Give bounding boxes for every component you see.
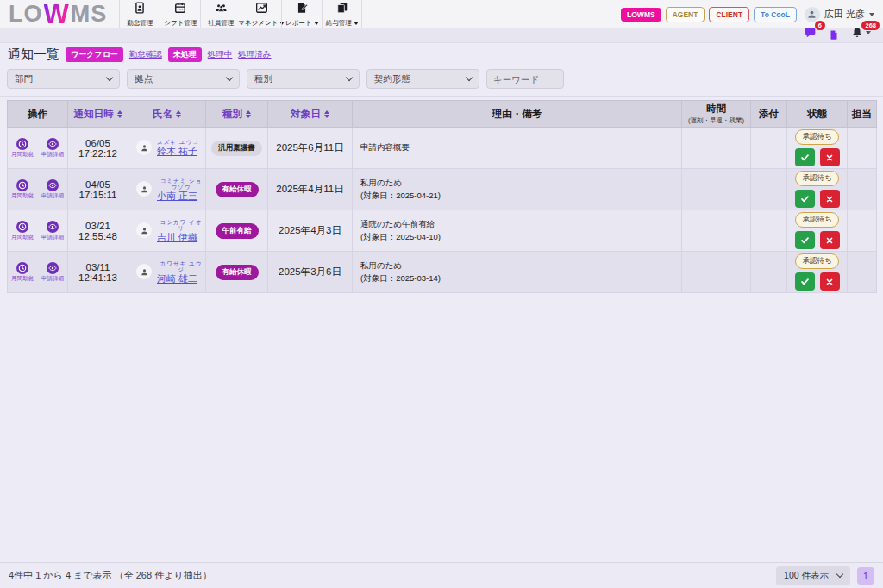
select-value: 部門	[15, 73, 33, 85]
col-header-assignee: 担当	[848, 101, 877, 128]
table-footer: 4件中 1 から 4 まで表示 （全 268 件より抽出） 100 件表示 1	[0, 562, 883, 588]
chevron-down-icon	[866, 31, 871, 34]
tab-unprocessed[interactable]: 未処理	[168, 47, 202, 62]
notify-datetime: 03/21 12:55:48	[68, 210, 128, 252]
request-detail-button[interactable]: 申請詳細	[41, 179, 64, 200]
employee-name-link[interactable]: 河崎 雄二	[157, 273, 197, 285]
col-header-type[interactable]: 種別	[206, 101, 268, 128]
request-detail-button[interactable]: 申請詳細	[41, 138, 64, 159]
approve-button[interactable]	[795, 272, 815, 291]
top-right-controls: LOWMS AGENT CLIENT To CooL 広田 光彦	[621, 0, 883, 28]
dropdown-caret-icon	[354, 22, 359, 25]
person-icon	[136, 222, 152, 238]
col-header-name[interactable]: 氏名	[128, 101, 206, 128]
app-screen: LOWMS 勤怠管理 シフト管理 社員管理 マネジメント レポート	[0, 0, 883, 588]
client-badge-button[interactable]: CLIENT	[709, 7, 749, 22]
page-size-select[interactable]: 100 件表示	[776, 566, 850, 585]
reason-remarks: 私用のため(対象日：2025-04-21)	[353, 169, 682, 210]
tab-in-progress[interactable]: 処理中	[208, 49, 233, 60]
page-header: 通知一覧 ワークフロー 勤怠確認 未処理 処理中 処理済み	[0, 43, 883, 66]
approve-button[interactable]	[795, 190, 815, 208]
page-size-value: 100 件表示	[784, 570, 829, 582]
col-header-operations: 操作	[8, 101, 68, 128]
table-row: 月間勤怠 申請詳細 03/11 12:41:13 カワサキ ユウジ 河崎 雄二	[8, 252, 877, 293]
logo-text-lo: LO	[9, 3, 43, 26]
col-header-reason: 理由・備考	[353, 101, 682, 128]
col-header-target-date[interactable]: 対象日	[268, 101, 353, 128]
documents-icon	[336, 2, 348, 17]
monthly-attendance-button[interactable]: 月間勤怠	[11, 138, 34, 159]
menu-item-management[interactable]: マネジメント	[241, 0, 281, 28]
chevron-down-icon	[869, 13, 874, 16]
table-row: 月間勤怠 申請詳細 04/05 17:15:11 コミナミ ショウゾウ 小南 正…	[8, 169, 877, 210]
attachment-cell	[751, 210, 787, 252]
type-badge: 有給休暇	[216, 265, 259, 280]
calendar-icon	[174, 2, 186, 17]
select-value: 契約形態	[374, 73, 410, 85]
request-detail-button[interactable]: 申請詳細	[41, 262, 64, 283]
dropdown-caret-icon	[314, 22, 319, 25]
approve-button[interactable]	[795, 231, 815, 249]
clock-icon	[16, 179, 28, 191]
employee-name-link[interactable]: 吉川 伊織	[157, 232, 197, 243]
type-badge: 汎用稟議書	[211, 141, 262, 156]
reject-button[interactable]	[820, 190, 840, 208]
menu-item-shift[interactable]: シフト管理	[160, 0, 200, 28]
attachment-cell	[751, 252, 787, 293]
menu-item-report[interactable]: レポート	[281, 0, 322, 28]
top-navigation-bar: LOWMS 勤怠管理 シフト管理 社員管理 マネジメント レポート	[0, 0, 883, 28]
department-filter-select[interactable]: 部門	[7, 69, 120, 89]
chevron-down-icon	[226, 74, 233, 81]
notify-datetime: 06/05 17:22:12	[68, 128, 128, 169]
approve-button[interactable]	[795, 148, 815, 166]
monthly-attendance-button[interactable]: 月間勤怠	[11, 221, 34, 241]
request-detail-button[interactable]: 申請詳細	[41, 221, 64, 241]
monthly-attendance-button[interactable]: 月間勤怠	[11, 179, 34, 200]
notify-datetime: 04/05 17:15:11	[68, 169, 128, 210]
employee-name-link[interactable]: 鈴木 祐子	[157, 146, 197, 157]
lowms-badge-button[interactable]: LOWMS	[621, 8, 661, 22]
reason-remarks: 申請内容概要	[353, 128, 682, 169]
time-cell	[682, 128, 751, 169]
location-filter-select[interactable]: 拠点	[127, 69, 240, 89]
bell-icon[interactable]: 268	[851, 27, 871, 39]
attachment-cell	[751, 169, 787, 210]
assignee-cell	[848, 169, 877, 210]
employee-name-link[interactable]: 小南 正三	[157, 191, 197, 202]
tab-attendance-check[interactable]: 勤怠確認	[129, 49, 162, 60]
target-date: 2025年4月3日	[268, 210, 353, 252]
time-cell	[682, 252, 751, 293]
page-title: 通知一覧	[8, 47, 59, 63]
chat-icon[interactable]: 6	[804, 27, 817, 39]
type-filter-select[interactable]: 種別	[247, 69, 360, 89]
reject-button[interactable]	[820, 272, 840, 291]
menu-item-attendance[interactable]: 勤怠管理	[119, 0, 160, 28]
target-date: 2025年3月6日	[268, 252, 353, 293]
assignee-cell	[848, 252, 877, 293]
menu-item-payroll[interactable]: 給与管理	[322, 0, 362, 28]
id-badge-icon	[134, 2, 146, 17]
reject-button[interactable]	[820, 148, 840, 166]
filter-bar: 部門 拠点 種別 契約形態	[0, 66, 883, 97]
reject-button[interactable]	[820, 231, 840, 249]
clock-icon	[16, 221, 28, 233]
menu-item-employees[interactable]: 社員管理	[200, 0, 241, 28]
chart-icon	[255, 2, 268, 17]
status-badge: 承認待ち	[795, 129, 838, 145]
app-logo[interactable]: LOWMS	[0, 0, 119, 28]
contract-filter-select[interactable]: 契約形態	[366, 69, 479, 89]
monthly-attendance-button[interactable]: 月間勤怠	[11, 262, 34, 283]
document-icon[interactable]	[829, 29, 839, 41]
user-menu[interactable]: 広田 光彦	[805, 7, 874, 22]
keyword-input[interactable]	[486, 69, 564, 89]
tab-workflow[interactable]: ワークフロー	[66, 47, 123, 62]
to-cool-badge-button[interactable]: To CooL	[754, 7, 797, 22]
agent-badge-button[interactable]: AGENT	[666, 7, 705, 22]
col-header-datetime[interactable]: 通知日時	[68, 101, 128, 128]
tab-processed[interactable]: 処理済み	[238, 49, 271, 60]
select-value: 拠点	[135, 73, 153, 85]
name-furigana: コミナミ ショウゾウ	[157, 178, 205, 191]
chevron-down-icon	[106, 74, 113, 81]
page-1-button[interactable]: 1	[857, 567, 874, 585]
chat-count-badge: 6	[815, 21, 825, 30]
